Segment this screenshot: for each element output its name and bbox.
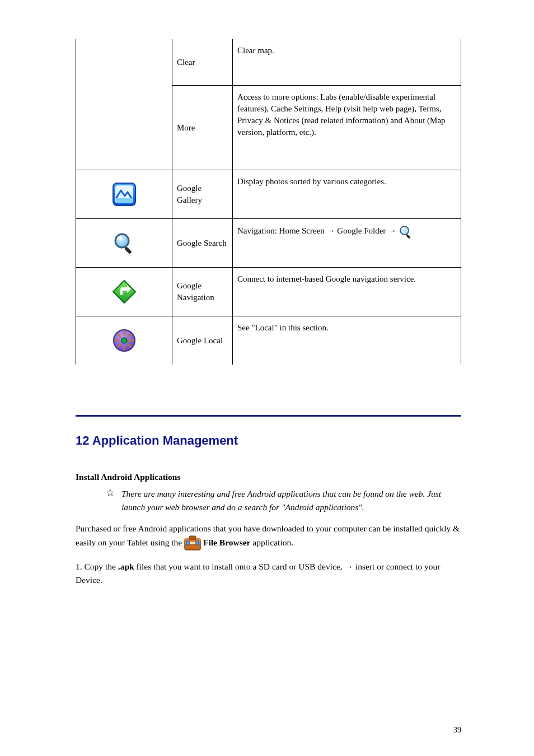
svg-rect-22 bbox=[189, 536, 196, 540]
page-number: 39 bbox=[453, 726, 461, 735]
table-row: Clear Clear map. bbox=[76, 39, 461, 86]
features-table: Clear Clear map. More Access to more opt… bbox=[76, 39, 461, 365]
section-divider bbox=[76, 415, 461, 417]
file-browser-icon bbox=[184, 535, 201, 551]
cell-desc: Access to more options: Labs (enable/dis… bbox=[233, 86, 461, 170]
cell-icon bbox=[76, 268, 172, 316]
svg-rect-2 bbox=[116, 198, 133, 203]
svg-point-3 bbox=[115, 234, 129, 248]
svg-rect-5 bbox=[124, 246, 132, 254]
cell-icon bbox=[76, 219, 172, 268]
svg-marker-9 bbox=[113, 281, 135, 303]
cell-icon-empty bbox=[76, 39, 172, 170]
tip-text: There are many interesting and free Andr… bbox=[121, 487, 461, 514]
cell-desc: See "Local" in this section. bbox=[233, 316, 461, 365]
star-icon: ☆ bbox=[76, 487, 118, 500]
table-row: Google Local See "Local" in this section… bbox=[76, 316, 461, 365]
section-heading: 12 Application Management bbox=[76, 433, 461, 448]
gallery-icon bbox=[113, 183, 136, 206]
local-icon bbox=[112, 328, 137, 353]
step-1: 1. Copy the .apk files that you want to … bbox=[76, 560, 461, 587]
cell-desc: Navigation: Home Screen → Google Folder … bbox=[233, 219, 461, 268]
subheading: Install Android Applications bbox=[76, 470, 461, 484]
magnifier-icon bbox=[399, 225, 413, 239]
cell-desc: Display photos sorted by various categor… bbox=[233, 170, 461, 219]
svg-rect-23 bbox=[186, 541, 189, 545]
cell-label: Google Navigation bbox=[172, 268, 233, 316]
cell-label: Google Search bbox=[172, 219, 233, 268]
navigation-icon bbox=[112, 279, 137, 304]
paragraph: Purchased or free Android applications t… bbox=[76, 522, 461, 551]
table-row: Google Search Navigation: Home Screen → … bbox=[76, 219, 461, 268]
svg-point-11 bbox=[121, 338, 127, 343]
svg-rect-25 bbox=[190, 542, 195, 544]
cell-icon bbox=[76, 316, 172, 365]
svg-point-7 bbox=[401, 228, 405, 230]
tip-block: ☆ There are many interesting and free An… bbox=[76, 487, 461, 514]
svg-point-4 bbox=[117, 236, 123, 240]
svg-point-6 bbox=[400, 226, 409, 235]
cell-label: Google Gallery bbox=[172, 170, 233, 219]
cell-label: Clear bbox=[172, 39, 233, 86]
body-text: Install Android Applications ☆ There are… bbox=[76, 470, 461, 587]
table-row: Google Navigation Connect to internet-ba… bbox=[76, 268, 461, 316]
cell-icon bbox=[76, 170, 172, 219]
svg-rect-24 bbox=[196, 541, 199, 545]
cell-label: More bbox=[172, 86, 233, 170]
cell-desc: Connect to internet-based Google navigat… bbox=[233, 268, 461, 316]
cell-desc: Clear map. bbox=[233, 39, 461, 86]
cell-label: Google Local bbox=[172, 316, 233, 365]
magnifier-icon bbox=[113, 231, 136, 255]
table-row: Google Gallery Display photos sorted by … bbox=[76, 170, 461, 219]
